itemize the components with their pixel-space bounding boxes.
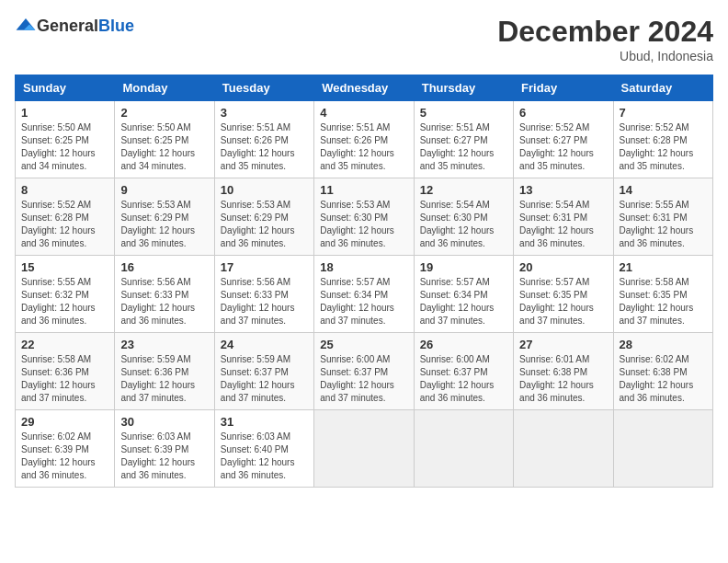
day-info: Sunrise: 5:52 AMSunset: 6:27 PMDaylight:… xyxy=(519,122,594,171)
day-number: 12 xyxy=(420,183,507,197)
calendar-cell: 6 Sunrise: 5:52 AMSunset: 6:27 PMDayligh… xyxy=(514,101,613,178)
day-info: Sunrise: 6:03 AMSunset: 6:40 PMDaylight:… xyxy=(221,431,295,480)
calendar-cell: 30 Sunrise: 6:03 AMSunset: 6:39 PMDaylig… xyxy=(115,410,214,488)
day-info: Sunrise: 6:03 AMSunset: 6:39 PMDaylight:… xyxy=(120,431,195,480)
calendar-table: SundayMondayTuesdayWednesdayThursdayFrid… xyxy=(15,75,713,488)
day-info: Sunrise: 6:02 AMSunset: 6:39 PMDaylight:… xyxy=(21,431,96,480)
day-number: 9 xyxy=(120,183,208,197)
day-number: 21 xyxy=(620,260,707,274)
calendar-cell: 26 Sunrise: 6:00 AMSunset: 6:37 PMDaylig… xyxy=(414,333,513,410)
calendar-cell: 28 Sunrise: 6:02 AMSunset: 6:38 PMDaylig… xyxy=(613,333,712,410)
weekday-header-wednesday: Wednesday xyxy=(314,75,414,101)
calendar-cell: 18 Sunrise: 5:57 AMSunset: 6:34 PMDaylig… xyxy=(314,256,414,333)
calendar-week-row: 22 Sunrise: 5:58 AMSunset: 6:36 PMDaylig… xyxy=(16,333,713,410)
calendar-cell xyxy=(613,410,712,488)
day-info: Sunrise: 5:59 AMSunset: 6:37 PMDaylight:… xyxy=(221,354,295,403)
day-info: Sunrise: 5:57 AMSunset: 6:34 PMDaylight:… xyxy=(420,277,495,326)
day-number: 14 xyxy=(620,183,707,197)
day-info: Sunrise: 5:56 AMSunset: 6:33 PMDaylight:… xyxy=(221,277,295,326)
calendar-cell: 5 Sunrise: 5:51 AMSunset: 6:27 PMDayligh… xyxy=(414,101,513,178)
calendar-cell: 2 Sunrise: 5:50 AMSunset: 6:25 PMDayligh… xyxy=(115,101,214,178)
calendar-cell: 19 Sunrise: 5:57 AMSunset: 6:34 PMDaylig… xyxy=(414,256,513,333)
day-info: Sunrise: 5:53 AMSunset: 6:30 PMDaylight:… xyxy=(320,200,394,248)
calendar-cell: 17 Sunrise: 5:56 AMSunset: 6:33 PMDaylig… xyxy=(214,256,313,333)
day-info: Sunrise: 5:55 AMSunset: 6:31 PMDaylight:… xyxy=(620,200,694,248)
calendar-cell: 10 Sunrise: 5:53 AMSunset: 6:29 PMDaylig… xyxy=(214,178,313,256)
weekday-header-tuesday: Tuesday xyxy=(214,75,313,101)
calendar-header-row: SundayMondayTuesdayWednesdayThursdayFrid… xyxy=(16,75,713,101)
day-number: 17 xyxy=(221,260,308,274)
calendar-cell: 23 Sunrise: 5:59 AMSunset: 6:36 PMDaylig… xyxy=(115,333,214,410)
day-info: Sunrise: 5:58 AMSunset: 6:36 PMDaylight:… xyxy=(21,354,96,403)
calendar-week-row: 8 Sunrise: 5:52 AMSunset: 6:28 PMDayligh… xyxy=(16,178,713,256)
day-info: Sunrise: 5:58 AMSunset: 6:35 PMDaylight:… xyxy=(620,277,694,326)
day-info: Sunrise: 5:51 AMSunset: 6:26 PMDaylight:… xyxy=(221,122,295,171)
title-area: December 2024 Ubud, Indonesia xyxy=(497,15,713,63)
day-number: 5 xyxy=(420,106,507,120)
day-number: 11 xyxy=(320,183,407,197)
day-info: Sunrise: 5:54 AMSunset: 6:31 PMDaylight:… xyxy=(519,200,594,248)
day-number: 27 xyxy=(519,338,607,351)
day-info: Sunrise: 5:57 AMSunset: 6:35 PMDaylight:… xyxy=(519,277,594,326)
day-number: 3 xyxy=(221,106,308,120)
calendar-cell: 8 Sunrise: 5:52 AMSunset: 6:28 PMDayligh… xyxy=(16,178,115,256)
day-info: Sunrise: 5:56 AMSunset: 6:33 PMDaylight:… xyxy=(120,277,195,326)
day-number: 13 xyxy=(519,183,607,197)
calendar-cell: 31 Sunrise: 6:03 AMSunset: 6:40 PMDaylig… xyxy=(214,410,313,488)
day-number: 26 xyxy=(420,338,507,351)
weekday-header-sunday: Sunday xyxy=(16,75,115,101)
day-number: 19 xyxy=(420,260,507,274)
day-info: Sunrise: 6:00 AMSunset: 6:37 PMDaylight:… xyxy=(420,354,495,403)
day-number: 10 xyxy=(221,183,308,197)
day-info: Sunrise: 5:55 AMSunset: 6:32 PMDaylight:… xyxy=(21,277,96,326)
calendar-cell xyxy=(514,410,613,488)
calendar-cell: 25 Sunrise: 6:00 AMSunset: 6:37 PMDaylig… xyxy=(314,333,414,410)
day-info: Sunrise: 5:52 AMSunset: 6:28 PMDaylight:… xyxy=(620,122,694,171)
weekday-header-thursday: Thursday xyxy=(414,75,513,101)
calendar-cell: 29 Sunrise: 6:02 AMSunset: 6:39 PMDaylig… xyxy=(16,410,115,488)
day-number: 4 xyxy=(320,106,407,120)
month-title: December 2024 xyxy=(497,15,713,49)
day-info: Sunrise: 5:54 AMSunset: 6:30 PMDaylight:… xyxy=(420,200,495,248)
day-info: Sunrise: 5:50 AMSunset: 6:25 PMDaylight:… xyxy=(120,122,195,171)
day-info: Sunrise: 6:02 AMSunset: 6:38 PMDaylight:… xyxy=(620,354,694,403)
day-info: Sunrise: 5:57 AMSunset: 6:34 PMDaylight:… xyxy=(320,277,394,326)
logo-text: GeneralBlue xyxy=(37,17,134,36)
calendar-cell: 14 Sunrise: 5:55 AMSunset: 6:31 PMDaylig… xyxy=(613,178,712,256)
calendar-cell: 16 Sunrise: 5:56 AMSunset: 6:33 PMDaylig… xyxy=(115,256,214,333)
day-info: Sunrise: 5:52 AMSunset: 6:28 PMDaylight:… xyxy=(21,200,96,248)
calendar-cell: 3 Sunrise: 5:51 AMSunset: 6:26 PMDayligh… xyxy=(214,101,313,178)
day-info: Sunrise: 5:53 AMSunset: 6:29 PMDaylight:… xyxy=(120,200,195,248)
day-number: 6 xyxy=(519,106,607,120)
weekday-header-monday: Monday xyxy=(115,75,214,101)
day-number: 31 xyxy=(221,415,308,429)
calendar-cell xyxy=(414,410,513,488)
day-number: 25 xyxy=(320,338,407,351)
day-info: Sunrise: 5:50 AMSunset: 6:25 PMDaylight:… xyxy=(21,122,96,171)
calendar-cell: 9 Sunrise: 5:53 AMSunset: 6:29 PMDayligh… xyxy=(115,178,214,256)
day-number: 20 xyxy=(519,260,607,274)
day-number: 2 xyxy=(120,106,208,120)
calendar-cell: 20 Sunrise: 5:57 AMSunset: 6:35 PMDaylig… xyxy=(514,256,613,333)
day-number: 29 xyxy=(21,415,108,429)
calendar-cell: 27 Sunrise: 6:01 AMSunset: 6:38 PMDaylig… xyxy=(514,333,613,410)
calendar-cell: 13 Sunrise: 5:54 AMSunset: 6:31 PMDaylig… xyxy=(514,178,613,256)
weekday-header-saturday: Saturday xyxy=(613,75,712,101)
logo: GeneralBlue xyxy=(15,15,134,37)
day-info: Sunrise: 5:59 AMSunset: 6:36 PMDaylight:… xyxy=(120,354,195,403)
calendar-cell: 11 Sunrise: 5:53 AMSunset: 6:30 PMDaylig… xyxy=(314,178,414,256)
calendar-week-row: 29 Sunrise: 6:02 AMSunset: 6:39 PMDaylig… xyxy=(16,410,713,488)
calendar-cell: 21 Sunrise: 5:58 AMSunset: 6:35 PMDaylig… xyxy=(613,256,712,333)
weekday-header-friday: Friday xyxy=(514,75,613,101)
calendar-week-row: 1 Sunrise: 5:50 AMSunset: 6:25 PMDayligh… xyxy=(16,101,713,178)
calendar-cell: 4 Sunrise: 5:51 AMSunset: 6:26 PMDayligh… xyxy=(314,101,414,178)
calendar-cell: 22 Sunrise: 5:58 AMSunset: 6:36 PMDaylig… xyxy=(16,333,115,410)
day-info: Sunrise: 5:51 AMSunset: 6:26 PMDaylight:… xyxy=(320,122,394,171)
day-number: 18 xyxy=(320,260,407,274)
logo-icon xyxy=(15,15,37,37)
calendar-cell: 15 Sunrise: 5:55 AMSunset: 6:32 PMDaylig… xyxy=(16,256,115,333)
day-info: Sunrise: 6:01 AMSunset: 6:38 PMDaylight:… xyxy=(519,354,594,403)
calendar-cell xyxy=(314,410,414,488)
calendar-cell: 7 Sunrise: 5:52 AMSunset: 6:28 PMDayligh… xyxy=(613,101,712,178)
day-number: 16 xyxy=(120,260,208,274)
